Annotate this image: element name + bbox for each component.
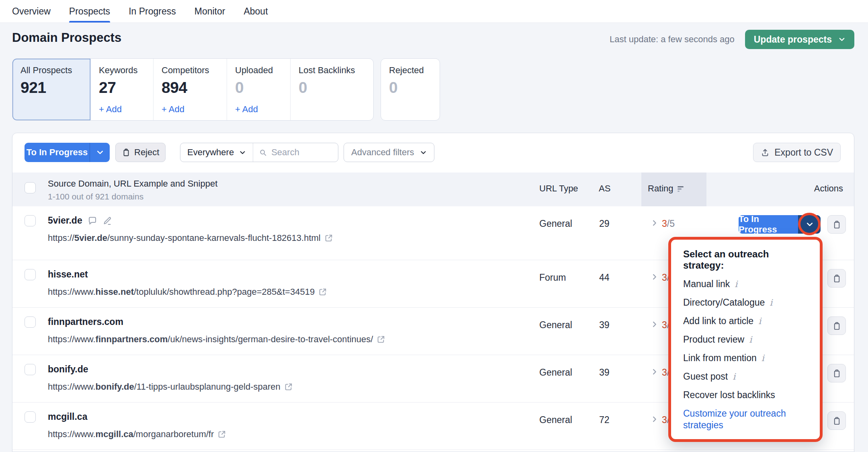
page-title: Domain Prospects <box>12 31 121 45</box>
reject-button[interactable]: Reject <box>115 143 166 162</box>
prospects-table-card: To In Progress Reject Everywhere Advance… <box>12 133 854 452</box>
info-icon[interactable]: i <box>733 371 735 382</box>
add-uploaded-link[interactable]: + Add <box>235 104 258 115</box>
as-value: 39 <box>599 320 610 331</box>
strategy-guest-post[interactable]: Guest posti <box>683 371 809 382</box>
domain-name: 5vier.de <box>48 215 82 226</box>
row-url[interactable]: https://www.finnpartners.com/uk/news-ins… <box>48 334 385 345</box>
update-prospects-button[interactable]: Update prospects <box>745 30 854 49</box>
domain-name: mcgill.ca <box>48 411 87 422</box>
external-link-icon[interactable] <box>318 288 327 296</box>
domain-name: finnpartners.com <box>48 316 123 327</box>
url-type-value: General <box>539 415 572 425</box>
card-label: Competitors <box>162 65 219 76</box>
tab-monitor[interactable]: Monitor <box>194 0 225 23</box>
export-label: Export to CSV <box>774 147 833 158</box>
card-count: 921 <box>20 79 82 97</box>
row-checkbox[interactable] <box>25 215 36 226</box>
row-checkbox[interactable] <box>25 316 36 328</box>
export-to-csv-button[interactable]: Export to CSV <box>753 143 841 162</box>
chevron-down-icon <box>838 36 845 43</box>
external-link-icon[interactable] <box>284 382 293 391</box>
row-url[interactable]: https://www.hisse.net/topluluk/showthrea… <box>48 287 327 297</box>
delete-row-button[interactable] <box>827 364 846 382</box>
rating-value: 3/5 <box>662 218 675 229</box>
url-type-value: General <box>539 367 572 378</box>
chevron-down-icon <box>239 149 246 156</box>
delete-row-button[interactable] <box>827 316 846 335</box>
expand-row-icon[interactable] <box>651 415 658 423</box>
info-icon[interactable]: i <box>749 334 752 345</box>
customize-strategies-link[interactable]: Customize your outreach strategies <box>683 408 809 431</box>
delete-row-button[interactable] <box>827 269 846 288</box>
card-label: Uploaded <box>235 65 282 76</box>
expand-row-icon[interactable] <box>651 273 658 281</box>
card-label: Lost Backlinks <box>299 65 365 76</box>
card-lost-backlinks[interactable]: Lost Backlinks 0 <box>291 59 373 120</box>
chevron-down-icon[interactable] <box>798 215 821 234</box>
card-count: 27 <box>99 79 145 97</box>
info-icon[interactable]: i <box>735 278 737 290</box>
info-icon[interactable]: i <box>770 297 772 308</box>
tab-overview[interactable]: Overview <box>12 0 51 23</box>
info-icon[interactable]: i <box>762 352 764 364</box>
tab-in-progress[interactable]: In Progress <box>129 0 176 23</box>
row-url[interactable]: https://5vier.de/sunny-sunday-spontane-k… <box>48 233 333 243</box>
card-competitors[interactable]: Competitors 894 + Add <box>154 59 227 120</box>
expand-row-icon[interactable] <box>651 321 658 328</box>
external-link-icon[interactable] <box>324 234 333 242</box>
external-link-icon[interactable] <box>217 430 226 439</box>
rating-header-label: Rating <box>648 183 674 194</box>
row-url[interactable]: https://www.mcgill.ca/morganarboretum/fr <box>48 429 226 440</box>
scope-select[interactable]: Everywhere <box>180 143 253 162</box>
search-box[interactable] <box>253 143 338 162</box>
tab-about[interactable]: About <box>244 0 268 23</box>
strategy-add-link-to-article[interactable]: Add link to articlei <box>683 315 809 327</box>
url-type-value: Forum <box>539 272 566 283</box>
card-rejected[interactable]: Rejected 0 <box>381 58 440 121</box>
column-as: AS <box>599 183 610 194</box>
row-checkbox[interactable] <box>25 411 36 423</box>
bulk-to-in-progress-button[interactable]: To In Progress <box>25 143 110 162</box>
row-url[interactable]: https://www.bonify.de/11-tipps-urlaubspl… <box>48 382 293 392</box>
sort-descending-icon <box>678 186 685 192</box>
row-checkbox[interactable] <box>25 364 36 375</box>
strategy-link-from-mention[interactable]: Link from mentioni <box>683 352 809 364</box>
row-to-in-progress-button[interactable]: To In Progress <box>739 215 821 234</box>
card-keywords[interactable]: Keywords 27 + Add <box>91 59 154 120</box>
chevron-down-icon[interactable] <box>90 143 110 162</box>
info-icon[interactable]: i <box>758 315 761 327</box>
strategy-product-review[interactable]: Product reviewi <box>683 334 809 345</box>
url-type-value: General <box>539 218 572 229</box>
prospect-source-cards: All Prospects 921 Keywords 27 + Add Comp… <box>12 58 374 121</box>
row-checkbox[interactable] <box>25 269 36 280</box>
search-input[interactable] <box>271 147 332 158</box>
add-competitors-link[interactable]: + Add <box>162 104 184 115</box>
external-link-icon[interactable] <box>377 335 385 344</box>
strategy-recover-lost-backlinks[interactable]: Recover lost backlinks <box>683 389 809 401</box>
tab-prospects[interactable]: Prospects <box>69 0 110 23</box>
delete-row-button[interactable] <box>827 411 846 430</box>
card-label: Rejected <box>389 65 432 76</box>
card-count: 894 <box>162 79 219 97</box>
as-value: 44 <box>599 272 610 283</box>
edit-icon[interactable] <box>102 216 112 226</box>
column-source-domain: Source Domain, URL Example and Snippet <box>48 179 217 189</box>
card-label: Keywords <box>99 65 145 76</box>
dropdown-title: Select an outreach strategy: <box>683 249 809 271</box>
select-all-checkbox[interactable] <box>25 182 36 193</box>
delete-row-button[interactable] <box>827 215 846 234</box>
expand-row-icon[interactable] <box>651 368 658 376</box>
add-keywords-link[interactable]: + Add <box>99 104 122 115</box>
strategy-directory-catalogue[interactable]: Directory/Cataloguei <box>683 297 809 308</box>
advanced-filters-button[interactable]: Advanced filters <box>344 143 434 162</box>
card-count: 0 <box>235 79 282 97</box>
comment-icon[interactable] <box>88 216 97 226</box>
chevron-down-icon <box>420 149 427 156</box>
column-rating[interactable]: Rating <box>648 183 685 194</box>
card-all-prospects[interactable]: All Prospects 921 <box>12 59 91 120</box>
strategy-manual-link[interactable]: Manual linki <box>683 278 809 290</box>
column-actions: Actions <box>814 183 843 194</box>
card-uploaded[interactable]: Uploaded 0 + Add <box>227 59 291 120</box>
expand-row-icon[interactable] <box>651 219 658 227</box>
